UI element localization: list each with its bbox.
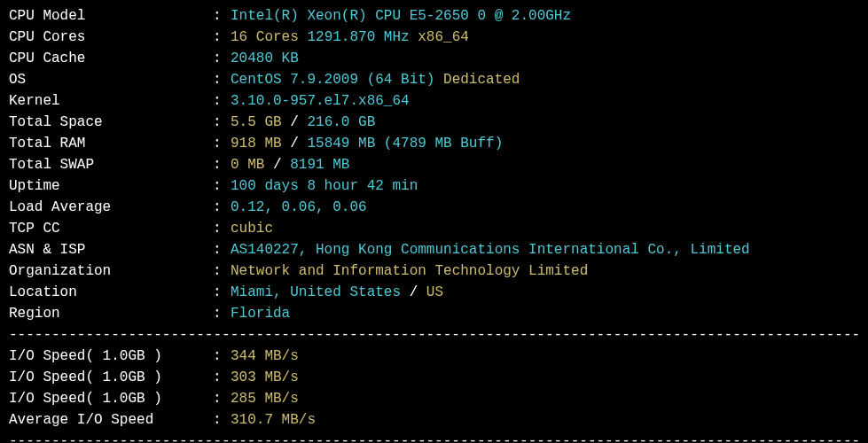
rows-value: CentOS 7.9.2009 (64 Bit) Dedicated	[231, 69, 859, 90]
rows-label: Uptime	[9, 175, 213, 197]
rows-row: CPU Cores : 16 Cores 1291.870 MHz x86_64	[9, 27, 859, 48]
rows-row: Total RAM : 918 MB / 15849 MB (4789 MB B…	[9, 133, 859, 154]
rows-label: ASN & ISP	[9, 239, 213, 260]
rows-value-segment: 5.5 GB	[231, 114, 290, 130]
colon: :	[213, 197, 231, 218]
rows-value: Network and Information Technology Limit…	[231, 260, 859, 282]
io_rows-value-segment: 285 MB/s	[231, 391, 299, 407]
rows-value-segment: 100 days 8 hour 42 min	[231, 178, 418, 194]
io_rows-label: Average I/O Speed	[9, 409, 213, 431]
rows-value-segment: cubic	[231, 221, 273, 237]
rows-row: CPU Cache : 20480 KB	[9, 48, 859, 69]
rows-label: Organization	[9, 260, 213, 282]
rows-value-segment: x86_64	[418, 29, 469, 45]
rows-value: 0.12, 0.06, 0.06	[231, 197, 859, 218]
rows-value: cubic	[231, 218, 859, 239]
io_rows-row: I/O Speed( 1.0GB ) : 285 MB/s	[9, 388, 859, 409]
rows-row: Total SWAP : 0 MB / 8191 MB	[9, 154, 859, 175]
rows-value-segment: 20480 KB	[231, 51, 299, 66]
io_rows-row: I/O Speed( 1.0GB ) : 344 MB/s	[9, 346, 859, 367]
rows-value-segment: CentOS 7.9.2009 (64 Bit)	[231, 72, 443, 88]
rows-value-segment: /	[410, 284, 426, 300]
rows-value-segment: 0.12, 0.06, 0.06	[231, 199, 367, 215]
rows-row: CPU Model : Intel(R) Xeon(R) CPU E5-2650…	[9, 5, 859, 27]
colon: :	[213, 218, 231, 239]
rows-label: CPU Cache	[9, 48, 213, 69]
io_rows-label: I/O Speed( 1.0GB )	[9, 367, 213, 388]
rows-row: Organization : Network and Information T…	[9, 260, 859, 282]
rows-row: OS : CentOS 7.9.2009 (64 Bit) Dedicated	[9, 69, 859, 90]
rows-value: Miami, United States / US	[231, 282, 859, 303]
rows-value: 20480 KB	[231, 48, 859, 69]
colon: :	[213, 260, 231, 282]
colon: :	[213, 112, 231, 133]
rows-value: 0 MB / 8191 MB	[231, 154, 859, 175]
io_rows-value: 344 MB/s	[231, 346, 859, 367]
io_rows-row: Average I/O Speed : 310.7 MB/s	[9, 409, 859, 431]
rows-value-segment: 1291.870 MHz	[307, 29, 418, 45]
rows-value: Florida	[231, 303, 859, 324]
colon: :	[213, 409, 231, 431]
io_rows-value-segment: 303 MB/s	[231, 369, 299, 385]
rows-label: OS	[9, 69, 213, 90]
rows-value-segment: Dedicated	[443, 72, 520, 88]
rows-value: 100 days 8 hour 42 min	[231, 175, 859, 197]
io_rows-value: 310.7 MB/s	[231, 409, 859, 431]
colon: :	[213, 48, 231, 69]
rows-label: Total Space	[9, 112, 213, 133]
colon: :	[213, 133, 231, 154]
rows-label: Load Average	[9, 197, 213, 218]
rows-value-segment: 8191 MB	[290, 157, 349, 173]
colon: :	[213, 90, 231, 112]
divider: ----------------------------------------…	[9, 324, 859, 346]
io_rows-label: I/O Speed( 1.0GB )	[9, 346, 213, 367]
rows-label: Region	[9, 303, 213, 324]
rows-value-segment: Miami, United States	[231, 284, 410, 300]
rows-value-segment: /	[290, 114, 307, 130]
rows-label: Total SWAP	[9, 154, 213, 175]
rows-label: Location	[9, 282, 213, 303]
rows-value: 16 Cores 1291.870 MHz x86_64	[231, 27, 859, 48]
rows-value-segment: 15849 MB (4789 MB Buff)	[307, 136, 503, 152]
rows-value: 5.5 GB / 216.0 GB	[231, 112, 859, 133]
rows-row: Load Average : 0.12, 0.06, 0.06	[9, 197, 859, 218]
rows-value-segment: Network and Information Technology Limit…	[231, 263, 588, 279]
colon: :	[213, 367, 231, 388]
rows-value: Intel(R) Xeon(R) CPU E5-2650 0 @ 2.00GHz	[231, 5, 859, 27]
rows-value-segment: /	[273, 157, 290, 173]
colon: :	[213, 303, 231, 324]
rows-label: Total RAM	[9, 133, 213, 154]
rows-label: Kernel	[9, 90, 213, 112]
rows-value-segment: AS140227, Hong Kong Communications Inter…	[231, 242, 750, 258]
io_rows-row: I/O Speed( 1.0GB ) : 303 MB/s	[9, 367, 859, 388]
rows-value: 3.10.0-957.el7.x86_64	[231, 90, 859, 112]
io_rows-value: 303 MB/s	[231, 367, 859, 388]
colon: :	[213, 239, 231, 260]
rows-value-segment: Intel(R) Xeon(R) CPU E5-2650 0 @ 2.00GHz	[231, 8, 571, 24]
rows-row: ASN & ISP : AS140227, Hong Kong Communic…	[9, 239, 859, 260]
colon: :	[213, 69, 231, 90]
divider: ----------------------------------------…	[9, 431, 859, 443]
rows-value-segment: US	[426, 284, 443, 300]
rows-value: 918 MB / 15849 MB (4789 MB Buff)	[231, 133, 859, 154]
rows-row: Total Space : 5.5 GB / 216.0 GB	[9, 112, 859, 133]
colon: :	[213, 5, 231, 27]
rows-value: AS140227, Hong Kong Communications Inter…	[231, 239, 859, 260]
rows-row: Region : Florida	[9, 303, 859, 324]
rows-value-segment: 918 MB	[231, 136, 290, 152]
rows-label: CPU Model	[9, 5, 213, 27]
rows-label: CPU Cores	[9, 27, 213, 48]
rows-label: TCP CC	[9, 218, 213, 239]
rows-value-segment: 3.10.0-957.el7.x86_64	[231, 93, 410, 109]
io_rows-value-segment: 344 MB/s	[231, 348, 299, 364]
rows-value-segment: 0 MB	[231, 157, 273, 173]
rows-value-segment: /	[290, 136, 307, 152]
colon: :	[213, 282, 231, 303]
colon: :	[213, 388, 231, 409]
rows-value-segment: 16 Cores	[231, 29, 307, 45]
colon: :	[213, 346, 231, 367]
io_rows-value: 285 MB/s	[231, 388, 859, 409]
rows-row: Kernel : 3.10.0-957.el7.x86_64	[9, 90, 859, 112]
io_rows-label: I/O Speed( 1.0GB )	[9, 388, 213, 409]
io_rows-value-segment: 310.7 MB/s	[231, 412, 316, 428]
